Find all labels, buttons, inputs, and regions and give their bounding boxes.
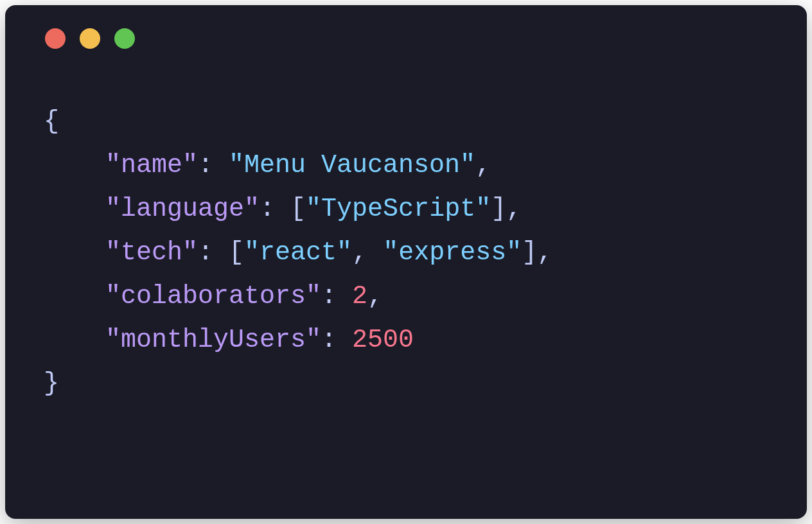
open-bracket: [ [229, 238, 244, 267]
code-content: { "name": "Menu Vaucanson", "language": … [5, 62, 807, 432]
open-bracket: [ [290, 195, 306, 223]
close-bracket: ] [522, 238, 537, 267]
window-titlebar [5, 5, 807, 62]
colon: : [260, 195, 290, 223]
trailing-punct: , [537, 238, 552, 267]
trailing-punct: , [475, 151, 491, 180]
json-value: "Menu Vaucanson" [229, 151, 475, 180]
json-value: "TypeScript" [306, 195, 491, 223]
separator: , [352, 238, 383, 267]
json-key: "tech" [105, 238, 198, 267]
json-key: "language" [105, 195, 260, 223]
maximize-icon[interactable] [114, 28, 135, 49]
json-key: "name" [105, 151, 198, 180]
close-bracket: ] [491, 195, 506, 223]
minimize-icon[interactable] [80, 28, 100, 49]
json-value: "react" [244, 238, 352, 267]
colon: : [198, 151, 229, 180]
json-key: "colaborators" [105, 282, 321, 311]
close-brace: } [44, 369, 59, 398]
colon: : [321, 326, 352, 354]
json-key: "monthlyUsers" [105, 326, 321, 354]
open-brace: { [44, 107, 59, 136]
colon: : [198, 238, 229, 267]
trailing-punct: , [506, 195, 522, 223]
json-value: "express" [383, 238, 522, 267]
colon: : [321, 282, 352, 311]
trailing-punct: , [367, 282, 383, 311]
code-window: { "name": "Menu Vaucanson", "language": … [5, 5, 807, 519]
json-value: 2500 [352, 326, 414, 354]
json-value: 2 [352, 282, 367, 311]
close-icon[interactable] [45, 28, 66, 49]
